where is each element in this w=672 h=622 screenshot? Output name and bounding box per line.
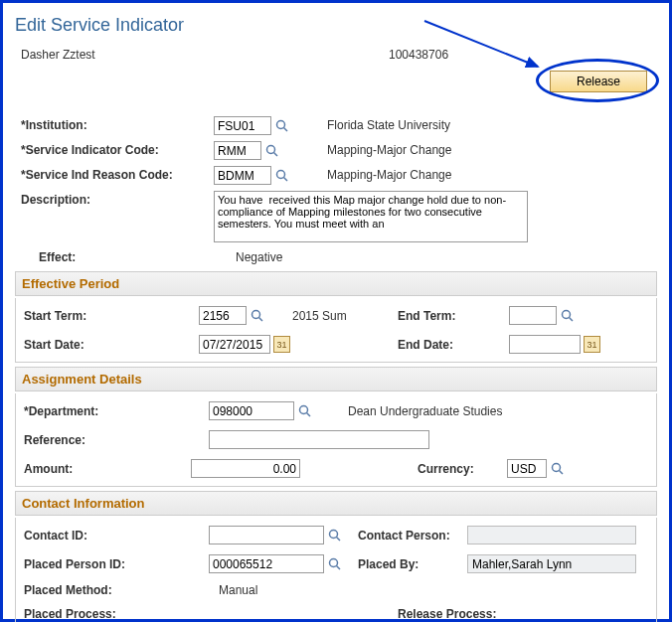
svg-point-1	[276, 120, 284, 128]
svg-line-10	[569, 317, 573, 321]
lookup-icon[interactable]	[274, 168, 289, 183]
currency-input[interactable]	[507, 459, 547, 478]
lookup-icon[interactable]	[327, 528, 342, 543]
contact-id-input[interactable]	[209, 526, 324, 544]
lookup-icon[interactable]	[297, 403, 312, 418]
lookup-icon[interactable]	[264, 143, 279, 158]
end-term-label: End Term:	[398, 309, 509, 323]
lookup-icon[interactable]	[250, 308, 264, 323]
start-date-input[interactable]	[199, 335, 270, 354]
calendar-icon[interactable]: 31	[584, 336, 600, 353]
release-process-label: Release Process:	[398, 607, 537, 621]
end-date-input[interactable]	[509, 335, 581, 354]
department-label: *Department:	[20, 404, 209, 418]
svg-point-17	[329, 558, 337, 566]
svg-point-9	[562, 310, 570, 318]
svg-point-13	[552, 463, 560, 471]
svg-line-4	[273, 152, 277, 156]
svg-line-18	[336, 565, 340, 569]
lookup-icon[interactable]	[327, 556, 342, 571]
student-id: 100438706	[389, 48, 488, 62]
reason-code-input[interactable]	[214, 166, 271, 185]
start-date-label: Start Date:	[20, 338, 199, 352]
institution-label: *Institution:	[15, 116, 214, 132]
lookup-icon[interactable]	[560, 308, 575, 323]
svg-line-6	[283, 177, 287, 181]
effect-label: Effect:	[15, 248, 232, 264]
svg-point-11	[299, 405, 307, 413]
placed-person-id-input[interactable]	[209, 554, 324, 573]
effect-value: Negative	[232, 248, 282, 264]
lookup-icon[interactable]	[274, 118, 289, 133]
contact-id-label: Contact ID:	[20, 529, 209, 543]
svg-line-2	[283, 127, 287, 131]
placed-process-label: Placed Process:	[20, 607, 219, 621]
svg-point-7	[252, 310, 259, 318]
reason-code-display: Mapping-Major Change	[323, 166, 451, 182]
svc-code-display: Mapping-Major Change	[323, 141, 451, 157]
department-input[interactable]	[209, 401, 294, 420]
section-effective-period: Effective Period	[15, 271, 657, 296]
svc-code-label: *Service Indicator Code:	[15, 141, 214, 157]
reference-label: Reference:	[20, 433, 209, 447]
svg-line-16	[336, 537, 340, 541]
end-term-input[interactable]	[509, 306, 557, 325]
student-name: Dasher Zztest	[21, 48, 389, 62]
placed-by-field	[467, 554, 636, 573]
institution-display: Florida State University	[323, 116, 450, 132]
placed-by-label: Placed By:	[358, 557, 467, 571]
department-display: Dean Undergraduate Studies	[348, 404, 502, 418]
placed-person-id-label: Placed Person ID:	[20, 557, 209, 571]
svg-line-12	[306, 412, 310, 416]
contact-person-field	[467, 526, 636, 544]
placed-method-label: Placed Method:	[20, 583, 219, 597]
annotation-ring	[536, 59, 659, 102]
start-term-input[interactable]	[199, 306, 247, 325]
start-term-label: Start Term:	[20, 309, 199, 323]
svc-code-input[interactable]	[214, 141, 261, 160]
svg-point-3	[266, 145, 274, 153]
svg-line-8	[258, 317, 262, 321]
svg-point-15	[329, 530, 337, 538]
calendar-icon[interactable]: 31	[273, 336, 290, 353]
currency-label: Currency:	[418, 462, 507, 476]
description-textarea[interactable]	[214, 191, 528, 242]
start-term-display: 2015 Sum	[264, 309, 347, 323]
svg-point-5	[276, 170, 284, 178]
svg-line-14	[559, 470, 563, 474]
description-label: Description:	[15, 191, 214, 207]
section-assignment-details: Assignment Details	[15, 367, 657, 391]
institution-input[interactable]	[214, 116, 271, 135]
lookup-icon[interactable]	[550, 461, 565, 476]
contact-person-label: Contact Person:	[358, 529, 467, 543]
end-date-label: End Date:	[398, 338, 509, 352]
reference-input[interactable]	[209, 430, 429, 449]
section-contact-info: Contact Information	[15, 491, 657, 516]
amount-input[interactable]	[191, 459, 300, 478]
reason-code-label: *Service Ind Reason Code:	[15, 166, 214, 182]
placed-method-value: Manual	[219, 583, 257, 597]
amount-label: Amount:	[20, 462, 191, 476]
page-title: Edit Service Indicator	[15, 15, 661, 36]
